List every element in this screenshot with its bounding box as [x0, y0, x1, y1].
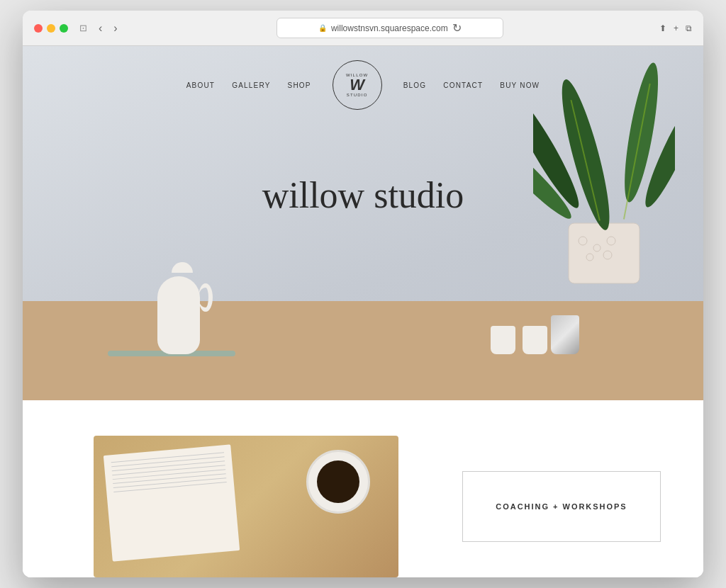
pitcher-spout [172, 262, 193, 273]
close-button[interactable] [34, 24, 43, 33]
website-content: ABOUT GALLERY SHOP WILLOW W STUDIO BLOG … [23, 46, 703, 577]
nav-contact[interactable]: CONTACT [443, 81, 483, 89]
site-navigation: ABOUT GALLERY SHOP WILLOW W STUDIO BLOG … [23, 46, 703, 124]
browser-chrome: ⊡ ‹ › 🔒 willowstnsvn.squarespace.com ↻ ⬆… [23, 11, 703, 46]
url-text: willowstnsvn.squarespace.com [331, 23, 448, 33]
nav-about[interactable]: ABOUT [186, 81, 215, 89]
coaching-box: COACHING + WORKSHOPS [462, 471, 661, 542]
nav-blog[interactable]: BLOG [403, 81, 427, 89]
refresh-icon[interactable]: ↻ [452, 21, 462, 35]
book-line [113, 482, 226, 492]
hero-title: willow studio [262, 174, 464, 216]
nav-gallery[interactable]: GALLERY [232, 81, 270, 89]
book-lines [111, 452, 233, 553]
browser-actions: ⬆ + ⧉ [659, 23, 692, 33]
cup-2 [523, 326, 547, 354]
nav-shop[interactable]: SHOP [288, 81, 311, 89]
logo-text-bottom: STUDIO [347, 93, 368, 97]
tabs-icon[interactable]: ⧉ [686, 23, 692, 33]
traffic-lights [34, 24, 68, 33]
cups-decoration [491, 326, 547, 354]
coffee-cup-top [306, 450, 370, 514]
nav-buy-now[interactable]: BUY NOW [500, 81, 540, 89]
back-button[interactable]: ‹ [96, 21, 105, 36]
lock-icon: 🔒 [318, 24, 327, 32]
browser-window: ⊡ ‹ › 🔒 willowstnsvn.squarespace.com ↻ ⬆… [23, 11, 703, 577]
forward-button[interactable]: › [111, 21, 120, 36]
second-section: COACHING + WORKSHOPS [23, 400, 703, 577]
address-bar[interactable]: 🔒 willowstnsvn.squarespace.com ↻ [277, 18, 503, 38]
logo-w: W [350, 77, 364, 93]
new-tab-icon[interactable]: + [674, 23, 678, 33]
pitcher-handle [199, 283, 213, 312]
pitcher-body [157, 276, 200, 354]
coffee-inner [317, 460, 359, 503]
nav-links-left: ABOUT GALLERY SHOP [186, 81, 311, 89]
book-image [94, 436, 398, 577]
address-bar-wrapper: 🔒 willowstnsvn.squarespace.com ↻ [129, 18, 651, 38]
site-logo[interactable]: WILLOW W STUDIO [333, 60, 382, 110]
cup-1 [491, 326, 515, 354]
nav-links-right: BLOG CONTACT BUY NOW [403, 81, 540, 89]
browser-navigation: ⊡ ‹ › [77, 21, 121, 36]
pitcher-decoration [150, 262, 207, 354]
maximize-button[interactable] [60, 24, 68, 33]
book-page [104, 444, 240, 561]
steel-cup-decoration [551, 315, 579, 354]
coaching-title: COACHING + WORKSHOPS [496, 502, 627, 511]
sidebar-toggle-icon[interactable]: ⊡ [77, 21, 90, 35]
share-icon[interactable]: ⬆ [659, 23, 666, 33]
hero-section: ABOUT GALLERY SHOP WILLOW W STUDIO BLOG … [23, 46, 703, 400]
minimize-button[interactable] [47, 24, 55, 33]
